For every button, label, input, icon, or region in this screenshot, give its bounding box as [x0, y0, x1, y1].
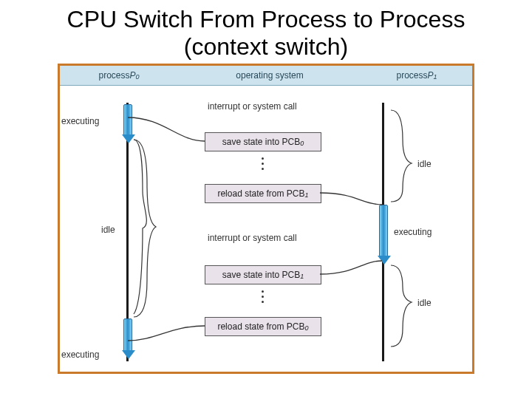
diagram-wires	[60, 66, 472, 372]
title-line-1: CPU Switch From Process to Process	[67, 6, 466, 33]
slide-title: CPU Switch From Process to Process (cont…	[0, 6, 532, 61]
context-switch-diagram: process P 0 operating system process P 1…	[60, 66, 472, 372]
diagram-frame: process P 0 operating system process P 1…	[58, 64, 474, 374]
title-line-2: (context switch)	[184, 33, 348, 60]
